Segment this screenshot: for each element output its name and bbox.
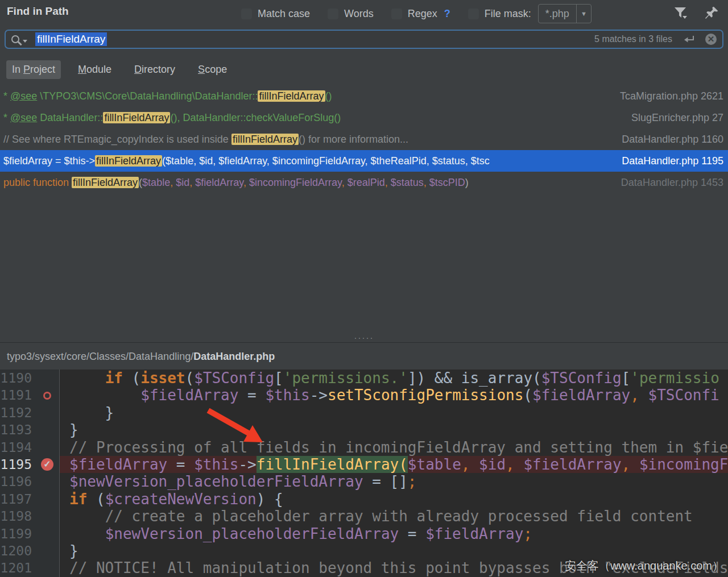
file-mask-value: *.php	[539, 5, 576, 23]
chevron-down-icon[interactable]: ▼	[576, 5, 591, 23]
line-number: 1194	[0, 439, 35, 456]
result-text: public function fillInFieldArray($table,…	[3, 177, 619, 189]
result-row[interactable]: * @see DataHandler::fillInFieldArray(), …	[0, 107, 728, 128]
line-number: 1191	[0, 387, 35, 404]
splitter-handle[interactable]: ·····	[344, 334, 384, 341]
gutter-marker-area	[35, 421, 59, 438]
code-line: 1192 }	[0, 404, 728, 421]
editor-gutter[interactable]: 1191	[0, 387, 59, 404]
line-number: 1197	[0, 491, 35, 508]
search-query-text: fillInFieldArray	[35, 32, 107, 46]
result-row[interactable]: $fieldArray = $this->fillInFieldArray($t…	[0, 150, 728, 172]
gutter-marker-area: ✓	[35, 456, 59, 473]
option-file-mask[interactable]: File mask: *.php ▼	[468, 4, 592, 23]
scope-tab-scope[interactable]: Scope	[192, 60, 233, 79]
code-text: if ($createNewVersion) {	[59, 491, 728, 508]
search-options: Match case Words Regex ? File mask: *.ph…	[241, 4, 592, 23]
result-row[interactable]: // See where RTEmagic_copyIndex is used …	[0, 128, 728, 150]
match-case-label: Match case	[258, 8, 310, 20]
file-name: DataHandler.php	[193, 351, 275, 362]
filter-icon[interactable]	[672, 6, 688, 20]
breakpoint-verified-icon[interactable]: ✓	[41, 458, 53, 471]
line-number: 1196	[0, 473, 35, 490]
search-input[interactable]: fillInFieldArray 5 matches in 3 files ✕	[5, 30, 723, 49]
search-icon[interactable]	[11, 35, 27, 43]
gutter-marker-area	[35, 542, 59, 559]
option-match-case[interactable]: Match case	[241, 8, 310, 20]
result-row[interactable]: public function fillInFieldArray($table,…	[0, 172, 728, 193]
result-file-ref: DataHandler.php 1160	[619, 134, 728, 146]
code-line: 1196$newVersion_placeholderFieldArray = …	[0, 473, 728, 490]
file-path: typo3/sysext/core/Classes/DataHandling/D…	[7, 343, 275, 370]
file-mask-checkbox[interactable]	[468, 9, 479, 19]
file-mask-label: File mask:	[485, 8, 531, 20]
gutter-marker-area	[35, 525, 59, 542]
result-text: // See where RTEmagic_copyIndex is used …	[3, 134, 619, 146]
editor-gutter[interactable]: 1193	[0, 421, 59, 438]
editor-gutter[interactable]: 1194	[0, 439, 59, 456]
gutter-marker-area	[35, 473, 59, 490]
scope-tab-directory[interactable]: Directory	[129, 60, 181, 79]
code-line: 1197if ($createNewVersion) {	[0, 491, 728, 508]
code-text: }	[59, 421, 728, 438]
code-editor[interactable]: 1190 if (isset($TSConfig['permissions.']…	[0, 370, 728, 577]
result-row[interactable]: * @see \TYPO3\CMS\Core\DataHandling\Data…	[0, 85, 728, 107]
line-number: 1192	[0, 404, 35, 421]
file-mask-combobox[interactable]: *.php ▼	[538, 4, 592, 23]
option-words[interactable]: Words	[328, 8, 374, 20]
scope-tab-module[interactable]: Module	[72, 60, 117, 79]
result-file-ref: TcaMigration.php 2621	[618, 90, 728, 102]
line-number: 1193	[0, 421, 35, 438]
editor-gutter[interactable]: 1192	[0, 404, 59, 421]
code-line: 1199 $newVersion_placeholderFieldArray =…	[0, 525, 728, 542]
editor-gutter[interactable]: 1197	[0, 491, 59, 508]
magnifier-icon	[11, 35, 19, 43]
regex-label: Regex	[408, 8, 437, 20]
code-line: 1200}	[0, 542, 728, 559]
editor-gutter[interactable]: 1196	[0, 473, 59, 490]
editor-lines: 1190 if (isset($TSConfig['permissions.']…	[0, 370, 728, 577]
pin-icon[interactable]	[704, 6, 719, 20]
editor-gutter[interactable]: 1190	[0, 370, 59, 387]
regex-help-icon[interactable]: ?	[444, 8, 450, 20]
match-case-checkbox[interactable]	[241, 9, 252, 19]
code-line: 1191 $fieldArray = $this->setTSconfigPer…	[0, 387, 728, 404]
words-checkbox[interactable]	[328, 9, 338, 19]
code-text: if (isset($TSConfig['permissions.']) && …	[59, 370, 728, 387]
match-count: 5 matches in 3 files	[594, 34, 672, 44]
line-number: 1200	[0, 542, 35, 559]
code-text: // Processing of all fields in incomingF…	[59, 439, 728, 456]
header-icons	[672, 6, 719, 20]
gutter-marker-area	[35, 439, 59, 456]
gutter-marker-area	[35, 491, 59, 508]
file-path-prefix: typo3/sysext/core/Classes/DataHandling/	[7, 351, 193, 362]
editor-gutter[interactable]: 1200	[0, 542, 59, 559]
results-list: * @see \TYPO3\CMS\Core\DataHandling\Data…	[0, 85, 728, 193]
option-regex[interactable]: Regex ?	[391, 8, 450, 20]
preview-header: typo3/sysext/core/Classes/DataHandling/D…	[0, 342, 728, 370]
result-text: $fieldArray = $this->fillInFieldArray($t…	[3, 155, 619, 167]
gutter-marker-area	[35, 404, 59, 421]
code-line: 1193}	[0, 421, 728, 438]
new-line-icon[interactable]	[682, 35, 695, 44]
gutter-marker-area	[35, 508, 59, 525]
gutter-marker-area	[35, 370, 59, 387]
search-history-caret-icon	[23, 40, 27, 43]
breakpoint-ring-icon[interactable]	[43, 392, 51, 400]
code-text: // create a placeholder array with alrea…	[59, 508, 728, 525]
code-line: 1190 if (isset($TSConfig['permissions.']…	[0, 370, 728, 387]
gutter-marker-area	[35, 559, 59, 576]
editor-gutter[interactable]: 1198	[0, 508, 59, 525]
editor-gutter[interactable]: 1199	[0, 525, 59, 542]
close-icon[interactable]: ✕	[705, 34, 717, 45]
code-text: $fieldArray = $this->fillInFieldArray($t…	[59, 456, 728, 473]
regex-checkbox[interactable]	[391, 9, 402, 19]
code-text: $newVersion_placeholderFieldArray = [];	[59, 473, 728, 490]
editor-gutter[interactable]: 1201	[0, 559, 59, 576]
line-number: 1195	[0, 456, 35, 473]
editor-gutter[interactable]: 1195✓	[0, 456, 59, 473]
scope-tab-in-project[interactable]: In Project	[6, 60, 61, 79]
result-file-ref: SlugEnricher.php 27	[629, 112, 728, 124]
line-number: 1201	[0, 559, 35, 576]
code-text: }	[59, 542, 728, 559]
